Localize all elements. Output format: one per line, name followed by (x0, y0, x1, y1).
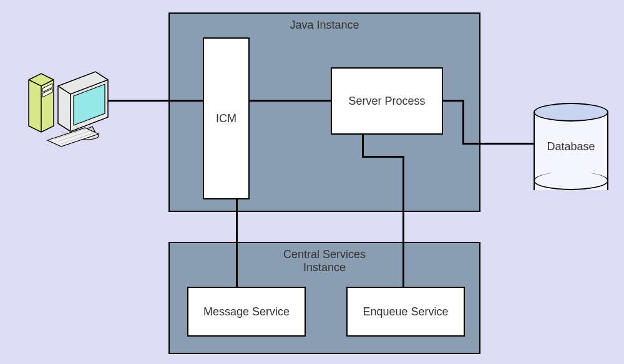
edge-sp-enq-v2 (402, 156, 404, 288)
edge-sp-db-h1 (442, 100, 464, 102)
edge-workstation-icm (108, 100, 204, 102)
edge-icm-msg-v (236, 198, 238, 288)
edge-icm-serverprocess (248, 100, 332, 102)
message-service-label: Message Service (203, 305, 290, 318)
enqueue-service-box: Enqueue Service (346, 287, 465, 337)
message-service-box: Message Service (187, 287, 306, 337)
database-node: Database (534, 103, 608, 190)
workstation-icon (24, 69, 117, 158)
icm-label: ICM (216, 112, 236, 125)
database-label: Database (534, 140, 608, 153)
edge-sp-enq-h (362, 156, 404, 158)
edge-sp-db-h2 (462, 143, 535, 145)
icm-box: ICM (203, 37, 250, 199)
java-instance-label: Java Instance (284, 19, 365, 32)
edge-sp-enq-v1 (362, 133, 364, 157)
enqueue-service-label: Enqueue Service (363, 305, 448, 318)
edge-sp-db-v (462, 100, 464, 145)
central-services-label: Central Services Instance (262, 248, 387, 274)
server-process-label: Server Process (348, 95, 425, 108)
server-process-box: Server Process (331, 67, 443, 135)
